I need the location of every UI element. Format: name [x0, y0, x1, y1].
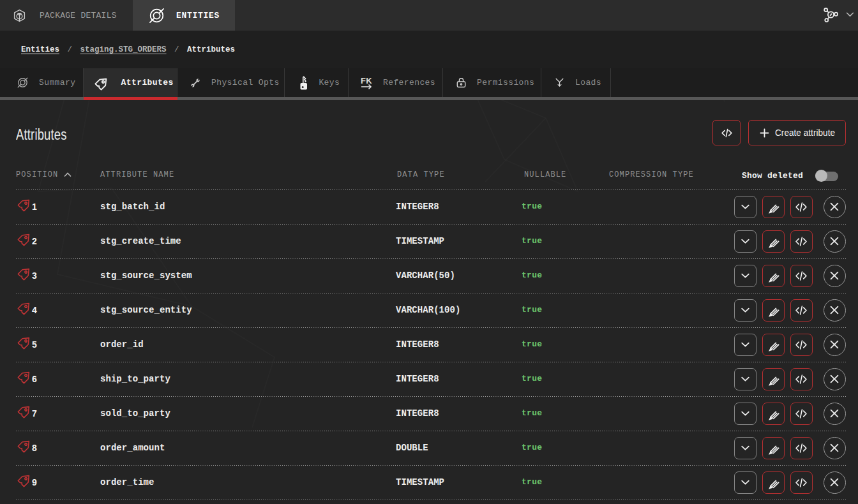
svg-text:FK: FK	[361, 76, 372, 85]
